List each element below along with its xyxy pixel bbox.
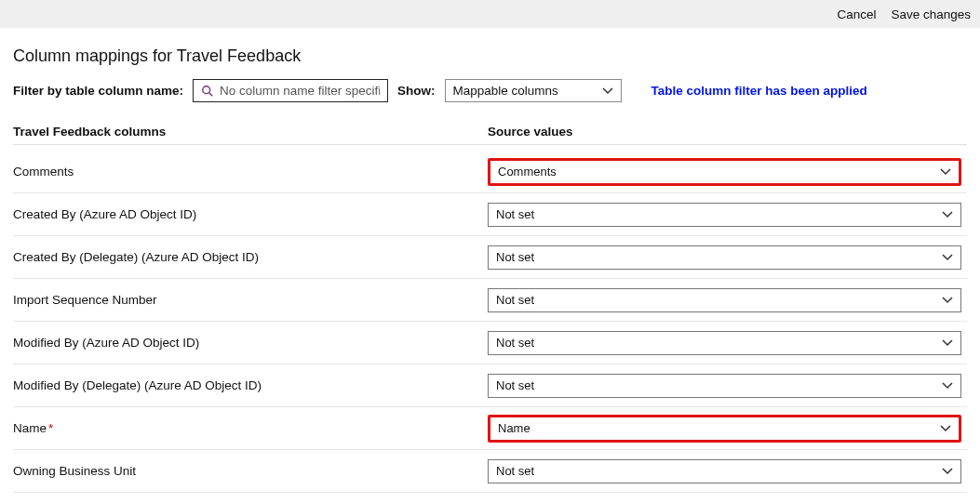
source-select[interactable]: Not set	[488, 288, 961, 312]
page-title: Column mappings for Travel Feedback	[13, 46, 967, 66]
chevron-down-icon	[942, 209, 953, 220]
column-label-text: Created By (Delegate) (Azure AD Object I…	[13, 250, 259, 264]
chevron-down-icon	[942, 380, 953, 391]
mapping-row: Import Sequence NumberNot set	[13, 279, 967, 322]
filter-label: Filter by table column name:	[13, 84, 183, 98]
mapping-rows: CommentsCommentsCreated By (Azure AD Obj…	[13, 151, 967, 493]
search-icon	[201, 85, 214, 98]
column-label: Modified By (Azure AD Object ID)	[13, 336, 488, 350]
source-select-value: Not set	[496, 464, 534, 478]
show-label: Show:	[397, 84, 436, 98]
column-label-text: Modified By (Azure AD Object ID)	[13, 336, 199, 350]
mapping-row: Created By (Azure AD Object ID)Not set	[13, 193, 967, 236]
column-label-text: Import Sequence Number	[13, 293, 157, 307]
filter-input[interactable]: No column name filter specified	[193, 79, 388, 102]
show-select-value: Mappable columns	[453, 84, 558, 98]
column-label-text: Created By (Azure AD Object ID)	[13, 207, 196, 221]
column-label-text: Owning Business Unit	[13, 464, 136, 478]
cancel-button[interactable]: Cancel	[833, 6, 879, 23]
source-select-value: Not set	[496, 378, 534, 392]
top-toolbar: Cancel Save changes	[0, 0, 980, 28]
column-label-text: Comments	[13, 165, 74, 179]
source-select-value: Not set	[496, 293, 534, 307]
source-select[interactable]: Not set	[488, 331, 961, 355]
svg-point-0	[203, 86, 210, 93]
source-select-value: Comments	[498, 165, 557, 179]
show-select[interactable]: Mappable columns	[445, 79, 622, 102]
column-label-text: Name	[13, 421, 47, 435]
source-select[interactable]: Name	[488, 415, 961, 443]
source-select[interactable]: Comments	[488, 158, 961, 186]
column-label: Comments	[13, 165, 488, 179]
required-indicator: *	[47, 421, 53, 435]
column-label: Modified By (Delegate) (Azure AD Object …	[13, 378, 488, 392]
filter-placeholder: No column name filter specified	[220, 84, 380, 98]
chevron-down-icon	[942, 295, 953, 306]
save-changes-button[interactable]: Save changes	[887, 6, 974, 23]
mapping-row: CommentsComments	[13, 151, 967, 193]
svg-line-1	[209, 92, 213, 96]
column-label: Name*	[13, 421, 488, 435]
chevron-down-icon	[940, 166, 951, 178]
table-headers: Travel Feedback columns Source values	[13, 125, 967, 145]
mapping-row: Created By (Delegate) (Azure AD Object I…	[13, 236, 967, 279]
chevron-down-icon	[940, 423, 951, 434]
mapping-row: Modified By (Delegate) (Azure AD Object …	[13, 364, 967, 407]
column-label: Owning Business Unit	[13, 464, 488, 478]
column-label: Created By (Azure AD Object ID)	[13, 207, 488, 221]
mapping-row: Name*Name	[13, 407, 967, 450]
column-label: Import Sequence Number	[13, 293, 488, 307]
chevron-down-icon	[942, 252, 953, 263]
source-select[interactable]: Not set	[488, 459, 961, 483]
source-select[interactable]: Not set	[488, 203, 961, 227]
column-label-text: Modified By (Delegate) (Azure AD Object …	[13, 378, 262, 392]
chevron-down-icon	[602, 86, 613, 97]
chevron-down-icon	[942, 466, 953, 477]
mapping-row: Owning Business UnitNot set	[13, 450, 967, 493]
column-label: Created By (Delegate) (Azure AD Object I…	[13, 250, 488, 264]
column-header-left: Travel Feedback columns	[13, 125, 488, 139]
chevron-down-icon	[942, 338, 953, 349]
source-select-value: Not set	[496, 336, 534, 350]
source-select[interactable]: Not set	[488, 245, 961, 270]
source-select-value: Name	[498, 421, 530, 435]
mapping-row: Modified By (Azure AD Object ID)Not set	[13, 322, 967, 364]
filter-row: Filter by table column name: No column n…	[13, 79, 967, 102]
source-select-value: Not set	[496, 250, 534, 264]
source-select-value: Not set	[496, 207, 534, 221]
column-header-right: Source values	[488, 125, 967, 139]
filter-status-text: Table column filter has been applied	[651, 84, 867, 98]
source-select[interactable]: Not set	[488, 374, 961, 398]
